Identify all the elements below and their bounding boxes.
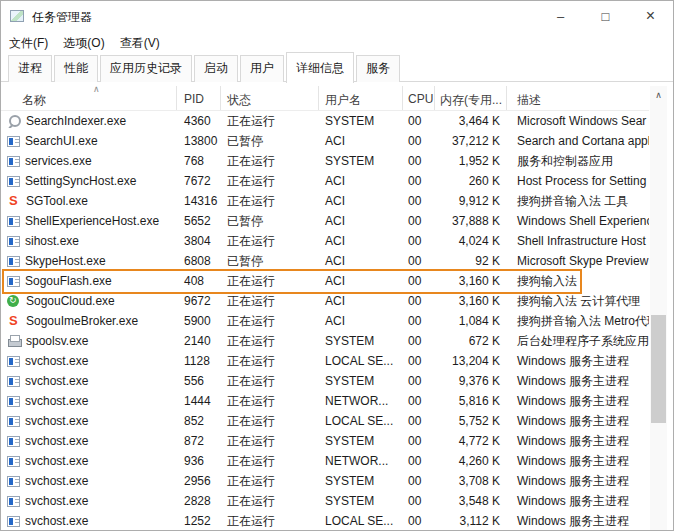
process-row[interactable]: svchost.exe 936 正在运行 NETWOR... 00 4,260 … [1, 451, 649, 471]
process-name-cell: svchost.exe [1, 494, 177, 508]
process-row[interactable]: svchost.exe 852 正在运行 LOCAL SE... 00 5,75… [1, 411, 649, 431]
process-row[interactable]: svchost.exe 2956 正在运行 SYSTEM 00 3,708 K … [1, 471, 649, 491]
process-icon [7, 376, 20, 387]
process-cpu: 00 [403, 234, 435, 248]
process-name: SogouFlash.exe [25, 274, 112, 288]
process-icon [7, 136, 20, 147]
tab[interactable]: 服务 [356, 55, 400, 82]
tab[interactable]: 进程 [8, 55, 52, 82]
process-name: svchost.exe [25, 454, 88, 468]
process-pid: 14316 [177, 194, 221, 208]
process-icon [7, 476, 20, 487]
tab[interactable]: 启动 [194, 55, 238, 82]
process-name: svchost.exe [25, 394, 88, 408]
process-cpu: 00 [403, 474, 435, 488]
process-description: Host Process for Setting [507, 174, 649, 188]
process-row[interactable]: SearchIndexer.exe 4360 正在运行 SYSTEM 00 3,… [1, 111, 649, 131]
process-name: SearchUI.exe [25, 134, 98, 148]
maximize-button[interactable]: □ [583, 1, 628, 31]
process-description: 搜狗输入法 云计算代理 [507, 293, 649, 310]
process-name-cell: SogouCloud.exe [1, 294, 177, 308]
process-name-cell: svchost.exe [1, 514, 177, 528]
tab[interactable]: 用户 [240, 55, 284, 82]
process-row[interactable]: svchost.exe 1444 正在运行 NETWOR... 00 5,816… [1, 391, 649, 411]
tab-bar: 进程性能应用历史记录启动用户详细信息服务 [8, 55, 402, 82]
process-pid: 13800 [177, 134, 221, 148]
process-pid: 2828 [177, 494, 221, 508]
column-header-status[interactable]: 状态 [221, 86, 319, 110]
process-status: 正在运行 [221, 473, 319, 490]
process-status: 正在运行 [221, 353, 319, 370]
process-user: ACI [319, 294, 403, 308]
process-row[interactable]: svchost.exe 872 正在运行 SYSTEM 00 4,772 K W… [1, 431, 649, 451]
column-header-user[interactable]: 用户名 [319, 86, 403, 110]
process-cpu: 00 [403, 134, 435, 148]
tab[interactable]: 性能 [54, 55, 98, 82]
scrollbar-thumb[interactable] [651, 315, 666, 423]
process-user: ACI [319, 134, 403, 148]
process-row[interactable]: SogouCloud.exe 9672 正在运行 ACI 00 3,160 K … [1, 291, 649, 311]
process-row[interactable]: svchost.exe 556 正在运行 SYSTEM 00 9,376 K W… [1, 371, 649, 391]
column-header-name[interactable]: ∧ 名称 [1, 86, 177, 110]
process-cpu: 00 [403, 214, 435, 228]
process-memory: 4,772 K [435, 434, 507, 448]
column-header-pid[interactable]: PID [177, 86, 221, 110]
minimize-button[interactable]: – [538, 1, 583, 31]
process-memory: 37,888 K [435, 214, 507, 228]
process-row[interactable]: svchost.exe 1252 正在运行 LOCAL SE... 00 3,1… [1, 511, 649, 531]
process-name: svchost.exe [25, 414, 88, 428]
scroll-up-icon[interactable]: ∧ [650, 86, 667, 103]
process-user: ACI [319, 234, 403, 248]
process-pid: 1252 [177, 514, 221, 528]
process-icon [7, 236, 20, 247]
process-row[interactable]: ShellExperienceHost.exe 5652 已暂停 ACI 00 … [1, 211, 649, 231]
process-user: NETWOR... [319, 394, 403, 408]
process-row[interactable]: SGTool.exe 14316 正在运行 ACI 00 9,912 K 搜狗拼… [1, 191, 649, 211]
process-row[interactable]: spoolsv.exe 2140 正在运行 SYSTEM 00 672 K 后台… [1, 331, 649, 351]
menu-item[interactable]: 文件(F) [9, 31, 56, 53]
process-user: SYSTEM [319, 374, 403, 388]
process-name-cell: svchost.exe [1, 374, 177, 388]
tab[interactable]: 应用历史记录 [100, 55, 192, 82]
process-memory: 5,752 K [435, 414, 507, 428]
process-description: Windows 服务主进程 [507, 433, 649, 450]
menu-item[interactable]: 选项(O) [63, 31, 112, 53]
process-pid: 6808 [177, 254, 221, 268]
column-header-description[interactable]: 描述 [507, 86, 649, 110]
window-controls: – □ × [538, 1, 673, 31]
process-row[interactable]: SogouImeBroker.exe 5900 正在运行 ACI 00 1,08… [1, 311, 649, 331]
column-header-cpu[interactable]: CPU [403, 86, 435, 110]
process-user: NETWOR... [319, 454, 403, 468]
process-row[interactable]: services.exe 768 正在运行 SYSTEM 00 1,952 K … [1, 151, 649, 171]
process-pid: 852 [177, 414, 221, 428]
process-name-cell: SkypeHost.exe [1, 254, 177, 268]
process-row[interactable]: SkypeHost.exe 6808 已暂停 ACI 00 92 K Micro… [1, 251, 649, 271]
process-icon [7, 276, 20, 287]
close-button[interactable]: × [628, 1, 673, 31]
process-user: SYSTEM [319, 494, 403, 508]
scrollbar[interactable]: ∧ [650, 86, 667, 530]
column-header-memory[interactable]: 内存(专用... [435, 86, 507, 110]
process-cpu: 00 [403, 414, 435, 428]
process-icon [7, 176, 20, 187]
menu-item[interactable]: 查看(V) [120, 31, 168, 53]
process-description: Windows 服务主进程 [507, 453, 649, 470]
process-user: SYSTEM [319, 114, 403, 128]
process-icon [7, 456, 20, 467]
process-row[interactable]: SogouFlash.exe 408 正在运行 ACI 00 3,160 K 搜… [1, 271, 649, 291]
process-row[interactable]: SettingSyncHost.exe 7672 正在运行 ACI 00 260… [1, 171, 649, 191]
process-memory: 9,912 K [435, 194, 507, 208]
process-row[interactable]: svchost.exe 1128 正在运行 LOCAL SE... 00 13,… [1, 351, 649, 371]
process-cpu: 00 [403, 154, 435, 168]
process-row[interactable]: SearchUI.exe 13800 已暂停 ACI 00 37,212 K S… [1, 131, 649, 151]
sort-ascending-icon: ∧ [93, 86, 100, 94]
process-description: Shell Infrastructure Host [507, 234, 649, 248]
process-row[interactable]: svchost.exe 2828 正在运行 SYSTEM 00 3,548 K … [1, 491, 649, 511]
tab[interactable]: 详细信息 [286, 52, 354, 83]
process-cpu: 00 [403, 274, 435, 288]
process-user: SYSTEM [319, 474, 403, 488]
process-status: 已暂停 [221, 213, 319, 230]
process-row[interactable]: sihost.exe 3804 正在运行 ACI 00 4,024 K Shel… [1, 231, 649, 251]
process-cpu: 00 [403, 394, 435, 408]
process-status: 正在运行 [221, 333, 319, 350]
